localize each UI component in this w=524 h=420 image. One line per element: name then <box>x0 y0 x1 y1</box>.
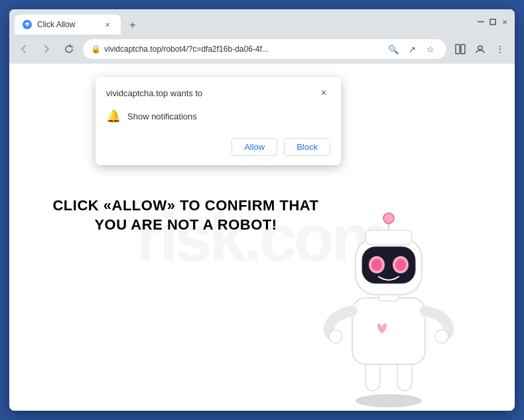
window-controls: ✕ <box>476 17 509 27</box>
split-view-button[interactable] <box>451 40 470 58</box>
share-icon-btn[interactable]: ↗ <box>404 41 420 57</box>
page-message: CLICK «ALLOW» TO CONFIRM THAT YOU ARE NO… <box>42 196 329 234</box>
page-content: risk.com vividcaptcha.top wants to ✕ 🔔 S… <box>9 64 515 411</box>
tab-strip: Click Allow ✕ + <box>15 9 468 35</box>
svg-rect-3 <box>490 19 495 25</box>
svg-point-6 <box>478 46 482 50</box>
title-bar: Click Allow ✕ + ✕ <box>9 9 515 35</box>
bookmark-icon-btn[interactable]: ☆ <box>423 41 438 57</box>
popup-actions: Allow Block <box>96 133 341 165</box>
popup-close-button[interactable]: ✕ <box>317 86 330 100</box>
bell-icon: 🔔 <box>106 109 121 123</box>
block-button[interactable]: Block <box>284 138 330 156</box>
allow-button[interactable]: Allow <box>231 138 277 156</box>
search-icon-btn[interactable]: 🔍 <box>385 41 401 57</box>
address-action-icons: 🔍 ↗ ☆ <box>385 41 438 57</box>
address-bar: 🔒 vividcaptcha.top/robot4/?c=dfa2f16b-da… <box>9 35 515 64</box>
maximize-button[interactable] <box>488 17 497 27</box>
forward-button[interactable] <box>37 40 56 58</box>
reload-button[interactable] <box>60 40 78 58</box>
svg-point-19 <box>395 259 406 271</box>
browser-window: Click Allow ✕ + ✕ 🔒 vividcaptcha. <box>9 9 515 411</box>
profile-button[interactable] <box>471 40 490 58</box>
svg-rect-2 <box>478 21 484 23</box>
svg-rect-10 <box>352 298 425 364</box>
toolbar-icons: ⋮ <box>451 40 509 58</box>
lock-icon: 🔒 <box>91 44 100 54</box>
popup-header: vividcaptcha.top wants to ✕ <box>96 77 341 106</box>
robot-illustration <box>302 159 475 411</box>
svg-rect-22 <box>365 230 412 245</box>
close-window-button[interactable]: ✕ <box>500 17 509 27</box>
svg-point-17 <box>371 259 382 271</box>
svg-point-21 <box>383 213 394 224</box>
svg-rect-5 <box>461 44 465 54</box>
tab-title-text: Click Allow <box>37 20 97 29</box>
new-tab-button[interactable]: + <box>123 16 142 35</box>
tab-close-button[interactable]: ✕ <box>102 19 113 30</box>
more-options-button[interactable]: ⋮ <box>491 40 509 58</box>
browser-tab[interactable]: Click Allow ✕ <box>15 15 121 35</box>
notification-popup: vividcaptcha.top wants to ✕ 🔔 Show notif… <box>96 77 341 165</box>
svg-point-12 <box>435 330 448 343</box>
svg-point-11 <box>329 330 342 343</box>
url-display: vividcaptcha.top/robot4/?c=dfa2f16b-da06… <box>104 44 381 54</box>
popup-notification-row: 🔔 Show notifications <box>96 106 341 133</box>
popup-site-text: vividcaptcha.top wants to <box>106 88 202 98</box>
tab-favicon <box>23 20 32 29</box>
back-button[interactable] <box>15 40 33 58</box>
popup-notification-text: Show notifications <box>127 111 197 121</box>
minimize-button[interactable] <box>476 17 486 27</box>
svg-point-7 <box>356 394 422 407</box>
page-message-text: CLICK «ALLOW» TO CONFIRM THAT YOU ARE NO… <box>52 197 318 233</box>
svg-rect-4 <box>456 44 460 54</box>
address-input[interactable]: 🔒 vividcaptcha.top/robot4/?c=dfa2f16b-da… <box>82 38 447 60</box>
